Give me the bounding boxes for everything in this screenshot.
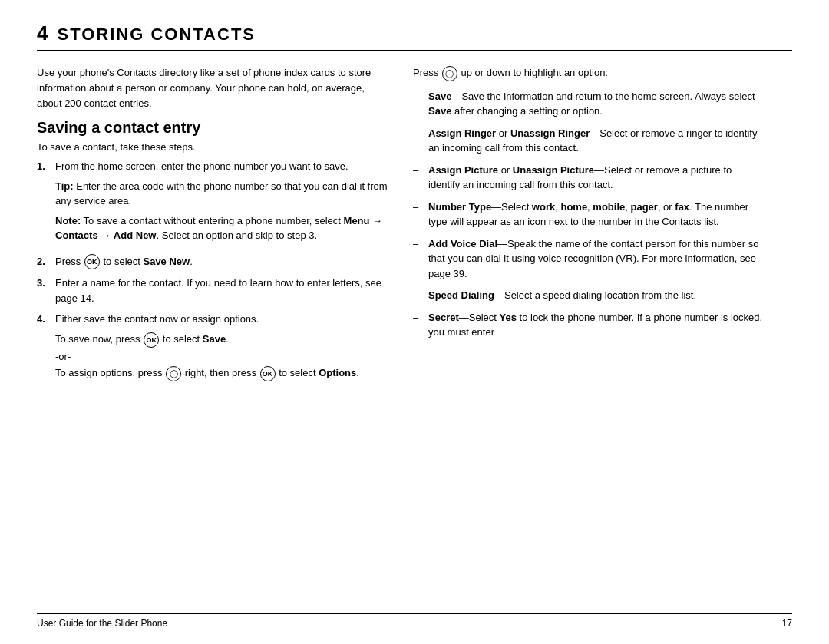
list-item: – Secret—Select Yes to lock the phone nu… [413,310,766,340]
nav-icon-right: ◯ [166,366,181,381]
list-item: 4. Either save the contact now or assign… [37,312,390,381]
list-item: – Add Voice Dial—Speak the name of the c… [413,236,766,282]
ok-icon-save: OK [144,332,159,348]
secret-item: Secret—Select Yes to lock the phone numb… [428,310,766,340]
chapter-heading: 4 Storing Contacts [37,21,792,51]
step-1-content: From the home screen, enter the phone nu… [55,159,390,248]
step-3-content: Enter a name for the contact. If you nee… [55,276,390,305]
ringer-item: Assign Ringer or Unassign Ringer—Select … [428,126,766,156]
ok-icon-options: OK [260,366,276,381]
steps-intro: To save a contact, take these steps. [37,141,390,153]
step-3-text: Enter a name for the contact. If you nee… [55,277,381,304]
list-item: – Assign Picture or Unassign Picture—Sel… [413,163,766,193]
tip-block: Tip: Enter the area code with the phone … [55,179,390,209]
step-number-4: 4. [37,312,51,381]
picture-item: Assign Picture or Unassign Picture—Selec… [428,163,766,193]
numbered-list: 1. From the home screen, enter the phone… [37,159,390,381]
tip-text: Enter the area code with the phone numbe… [55,180,388,207]
dash: – [413,89,422,119]
note-text: To save a contact without entering a pho… [55,215,382,242]
list-item: – Assign Ringer or Unassign Ringer—Selec… [413,126,766,156]
dash: – [413,200,422,230]
nav-icon-updown: ◯ [442,66,457,81]
save-item: Save—Save the information and return to … [428,89,766,119]
number-type-item: Number Type—Select work, home, mobile, p… [428,200,766,230]
dash: – [413,236,422,282]
list-item: – Speed Dialing—Select a speed dialing l… [413,288,766,303]
chapter-title: Storing Contacts [57,25,256,45]
list-item: 2. Press OK to select Save New. [37,254,390,270]
dash: – [413,310,422,340]
right-column: Press ◯ up or down to highlight an optio… [413,65,766,613]
step-1-text: From the home screen, enter the phone nu… [55,160,348,172]
list-item: 1. From the home screen, enter the phone… [37,159,390,248]
step-4-content: Either save the contact now or assign op… [55,312,390,381]
step-number-3: 3. [37,276,51,305]
left-column: Use your phone's Contacts directory like… [37,65,390,613]
sub-step-options: To assign options, press ◯ right, then p… [55,365,390,381]
step-2-content: Press OK to select Save New. [55,254,390,270]
page-container: 4 Storing Contacts Use your phone's Cont… [0,0,829,644]
press-line: Press ◯ up or down to highlight an optio… [413,65,766,81]
speed-dialing-item: Speed Dialing—Select a speed dialing loc… [428,288,766,303]
list-item: – Number Type—Select work, home, mobile,… [413,200,766,230]
dash-list: – Save—Save the information and return t… [413,89,766,340]
dash: – [413,288,422,303]
page-footer: User Guide for the Slider Phone 17 [37,613,792,629]
dash: – [413,126,422,156]
ok-icon: OK [84,254,100,269]
tip-label: Tip: [55,180,74,192]
step-number-2: 2. [37,254,51,270]
step-4-text: Either save the contact now or assign op… [55,313,259,325]
chapter-number: 4 [37,21,48,45]
footer-left-text: User Guide for the Slider Phone [37,618,167,629]
list-item: 3. Enter a name for the contact. If you … [37,276,390,305]
note-block: Note: To save a contact without entering… [55,213,390,243]
sub-step-save: To save now, press OK to select Save. [55,332,390,348]
list-item: – Save—Save the information and return t… [413,89,766,119]
sub-steps: To save now, press OK to select Save. -o… [55,332,390,381]
content-area: Use your phone's Contacts directory like… [37,65,792,613]
page-number: 17 [782,618,792,629]
step-number-1: 1. [37,159,51,248]
or-line: -or- [55,349,390,365]
note-label: Note: [55,215,81,226]
dash: – [413,163,422,193]
voice-dial-item: Add Voice Dial—Speak the name of the con… [428,236,766,282]
section-title: Saving a contact entry [37,119,390,137]
intro-text: Use your phone's Contacts directory like… [37,65,390,111]
